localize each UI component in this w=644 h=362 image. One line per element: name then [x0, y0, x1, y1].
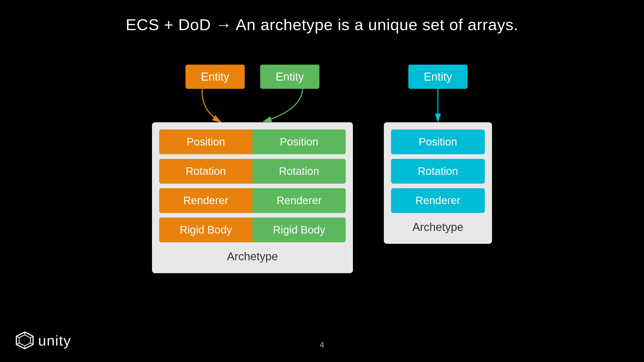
- unity-logo-icon: [15, 331, 34, 350]
- left-rigidbody-orange: Rigid Body: [159, 218, 252, 242]
- entity-orange-button: Entity: [185, 65, 245, 89]
- left-renderer-green: Renderer: [252, 188, 346, 213]
- left-archetype-group: Entity Entity: [152, 65, 353, 273]
- left-archetype-label: Archetype: [159, 250, 346, 263]
- entity-green-wrapper: Entity: [260, 65, 319, 89]
- left-rotation-orange: Rotation: [159, 159, 252, 184]
- right-arrows-svg: [384, 89, 492, 122]
- slide-title: ECS + DoD → An archetype is a unique set…: [0, 0, 644, 34]
- svg-marker-1: [19, 335, 30, 346]
- left-renderer-orange: Renderer: [159, 188, 252, 213]
- unity-logo: unity: [15, 331, 71, 350]
- left-arrows-svg: [152, 89, 353, 122]
- left-row-rotation: Rotation Rotation: [159, 159, 346, 184]
- page-number: 4: [320, 340, 324, 350]
- right-row-position: Position: [391, 130, 485, 154]
- left-row-position: Position Position: [159, 130, 346, 154]
- right-row-rotation: Rotation: [391, 159, 485, 184]
- right-rotation-cyan: Rotation: [391, 159, 485, 184]
- right-archetype-box: Position Rotation Renderer Archetype: [384, 122, 492, 244]
- right-archetype-label: Archetype: [391, 221, 485, 234]
- left-position-green: Position: [252, 130, 346, 154]
- left-row-rigidbody: Rigid Body Rigid Body: [159, 218, 346, 242]
- entity-cyan-wrapper: Entity: [408, 65, 468, 89]
- left-rigidbody-green: Rigid Body: [252, 218, 346, 242]
- right-entities-row: Entity: [408, 65, 468, 89]
- entity-cyan-button: Entity: [408, 65, 468, 89]
- entity-green-button: Entity: [260, 65, 319, 89]
- right-archetype-group: Entity Position Rota: [384, 65, 492, 244]
- left-archetype-box: Position Position Rotation Rotation Rend…: [152, 122, 353, 273]
- left-row-renderer: Renderer Renderer: [159, 188, 346, 213]
- right-renderer-cyan: Renderer: [391, 188, 485, 213]
- left-rotation-green: Rotation: [252, 159, 346, 184]
- left-entities-row: Entity Entity: [185, 65, 319, 89]
- right-row-renderer: Renderer: [391, 188, 485, 213]
- left-position-orange: Position: [159, 130, 252, 154]
- unity-logo-text: unity: [38, 332, 71, 349]
- diagram-container: Entity Entity: [0, 65, 644, 273]
- entity-orange-wrapper: Entity: [185, 65, 245, 89]
- right-position-cyan: Position: [391, 130, 485, 154]
